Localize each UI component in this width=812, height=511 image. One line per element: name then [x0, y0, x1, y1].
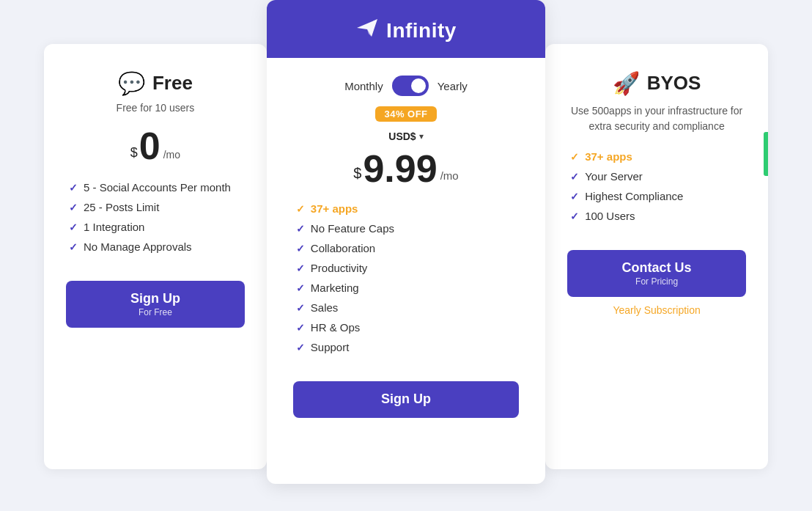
- byos-card: 🚀 BYOS Use 500apps in your infrastructur…: [545, 44, 768, 469]
- check-icon-inf-8: ✓: [296, 342, 305, 353]
- byos-feature-4: ✓ 100 Users: [567, 210, 746, 222]
- check-icon-4: ✓: [69, 241, 78, 253]
- infinity-header: Infinity: [267, 0, 545, 58]
- check-icon-byos-4: ✓: [570, 210, 579, 222]
- byos-feature-label-2: Your Server: [585, 170, 643, 183]
- infinity-price-row: $ 9.99 /mo: [353, 150, 458, 188]
- free-feature-2: ✓ 25 - Posts Limit: [66, 201, 245, 213]
- free-feature-3: ✓ 1 Integration: [66, 221, 245, 233]
- signup-free-button[interactable]: Sign Up For Free: [66, 281, 245, 328]
- signup-free-label: Sign Up: [130, 291, 180, 307]
- free-feature-label-4: No Manage Approvals: [84, 240, 192, 253]
- byos-feature-1: ✓ 37+ apps: [567, 150, 746, 163]
- infinity-feature-label-2: No Feature Caps: [311, 222, 394, 235]
- free-feature-label-3: 1 Integration: [84, 221, 144, 233]
- infinity-title: Infinity: [386, 19, 457, 43]
- svg-marker-0: [357, 19, 377, 37]
- infinity-feature-8: ✓ Support: [293, 341, 519, 353]
- infinity-feature-7: ✓ HR & Ops: [293, 321, 519, 334]
- free-price-row: $ 0 /mo: [130, 127, 180, 165]
- signup-infinity-button[interactable]: Sign Up: [293, 381, 519, 418]
- check-icon-orange-1: ✓: [296, 203, 305, 215]
- byos-rocket-icon: 🚀: [613, 70, 640, 96]
- byos-feature-2: ✓ Your Server: [567, 170, 746, 183]
- contact-us-sub: For Pricing: [635, 276, 678, 287]
- infinity-price-per: /mo: [440, 169, 459, 182]
- yearly-subscription-label: Yearly Subscription: [613, 304, 700, 316]
- free-title: Free: [152, 72, 193, 95]
- infinity-price-amount: 9.99: [363, 150, 437, 188]
- free-card-title-row: 💬 Free: [118, 70, 193, 96]
- free-icon: 💬: [118, 70, 145, 96]
- check-icon-inf-3: ✓: [296, 243, 305, 254]
- check-icon-2: ✓: [69, 202, 78, 213]
- byos-feature-3: ✓ Highest Compliance: [567, 190, 746, 202]
- currency-selector[interactable]: USD$ ▾: [388, 130, 423, 142]
- infinity-feature-6: ✓ Sales: [293, 301, 519, 314]
- free-subtitle: Free for 10 users: [117, 102, 195, 114]
- infinity-feature-4: ✓ Productivity: [293, 262, 519, 274]
- infinity-feature-label-3: Collaboration: [311, 242, 375, 254]
- currency-label: USD$: [388, 130, 416, 142]
- chevron-down-icon: ▾: [419, 131, 424, 141]
- paper-plane-icon: [355, 16, 379, 45]
- check-icon-inf-2: ✓: [296, 223, 305, 235]
- infinity-dollar-sign: $: [353, 165, 361, 182]
- infinity-feature-label-7: HR & Ops: [311, 321, 361, 334]
- free-feature-label-2: 25 - Posts Limit: [84, 201, 159, 213]
- free-price-per: /mo: [163, 149, 180, 161]
- check-icon-inf-6: ✓: [296, 302, 305, 314]
- signup-free-sub: For Free: [139, 307, 172, 317]
- infinity-feature-1: ✓ 37+ apps: [293, 202, 519, 215]
- byos-features-list: ✓ 37+ apps ✓ Your Server ✓ Highest Compl…: [567, 150, 746, 229]
- infinity-feature-label-4: Productivity: [311, 262, 368, 274]
- signup-infinity-label: Sign Up: [381, 391, 431, 408]
- toggle-monthly-label: Monthly: [344, 80, 383, 92]
- byos-description: Use 500apps in your infrastructure for e…: [567, 103, 746, 134]
- free-feature-label-1: 5 - Social Accounts Per month: [84, 181, 231, 194]
- infinity-feature-label-8: Support: [311, 341, 350, 353]
- check-icon-inf-5: ✓: [296, 282, 305, 294]
- check-icon-inf-7: ✓: [296, 322, 305, 334]
- free-features-list: ✓ 5 - Social Accounts Per month ✓ 25 - P…: [66, 181, 245, 260]
- pricing-wrapper: 💬 Free Free for 10 users $ 0 /mo ✓ 5 - S…: [0, 0, 812, 511]
- free-feature-4: ✓ No Manage Approvals: [66, 240, 245, 253]
- toggle-row: Monthly Yearly: [344, 76, 468, 96]
- infinity-feature-label-6: Sales: [311, 301, 339, 314]
- check-icon-byos-1: ✓: [570, 151, 579, 163]
- free-card: 💬 Free Free for 10 users $ 0 /mo ✓ 5 - S…: [44, 44, 267, 469]
- infinity-card: Infinity Monthly Yearly 34% OFF USD$ ▾ $…: [267, 0, 545, 484]
- byos-feature-label-3: Highest Compliance: [585, 190, 683, 202]
- discount-badge: 34% OFF: [375, 106, 436, 122]
- infinity-body: Monthly Yearly 34% OFF USD$ ▾ $ 9.99 /mo…: [267, 58, 545, 418]
- free-dollar-sign: $: [130, 145, 138, 161]
- toggle-yearly-label: Yearly: [438, 80, 468, 92]
- infinity-feature-label-1: 37+ apps: [311, 202, 358, 215]
- free-feature-1: ✓ 5 - Social Accounts Per month: [66, 181, 245, 194]
- byos-feature-label-1: 37+ apps: [585, 150, 632, 163]
- free-price-amount: 0: [139, 127, 160, 165]
- contact-us-button[interactable]: Contact Us For Pricing: [567, 250, 746, 297]
- infinity-features-list: ✓ 37+ apps ✓ No Feature Caps ✓ Collabora…: [293, 202, 519, 361]
- byos-title: BYOS: [647, 72, 701, 95]
- toggle-knob: [411, 78, 426, 93]
- infinity-feature-2: ✓ No Feature Caps: [293, 222, 519, 235]
- infinity-feature-5: ✓ Marketing: [293, 282, 519, 294]
- check-icon-1: ✓: [69, 182, 78, 194]
- byos-title-row: 🚀 BYOS: [613, 70, 701, 96]
- check-icon-byos-2: ✓: [570, 171, 579, 183]
- check-icon-inf-4: ✓: [296, 262, 305, 274]
- check-icon-3: ✓: [69, 221, 78, 233]
- check-icon-byos-3: ✓: [570, 191, 579, 202]
- contact-us-label: Contact Us: [622, 260, 692, 276]
- infinity-feature-label-5: Marketing: [311, 282, 359, 294]
- billing-toggle[interactable]: [392, 76, 429, 96]
- infinity-feature-3: ✓ Collaboration: [293, 242, 519, 254]
- byos-feature-label-4: 100 Users: [585, 210, 635, 222]
- green-bar-accent: [764, 132, 768, 176]
